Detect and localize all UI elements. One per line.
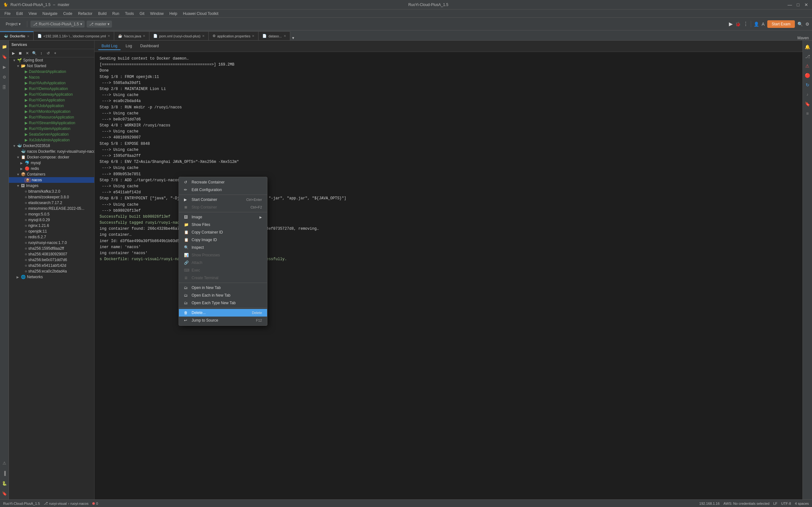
tree-item-gateway[interactable]: ▶ RuoYiGatewayApplication bbox=[9, 92, 94, 97]
minimize-button[interactable]: — bbox=[787, 2, 792, 7]
tree-item-job[interactable]: ▶ RuoYiJobApplication bbox=[9, 103, 94, 109]
tree-sha3[interactable]: ○ sha256:be0c071dd7d6 bbox=[9, 257, 94, 263]
ctx-image[interactable]: 🖼 Image ▶ bbox=[179, 213, 267, 221]
menu-code[interactable]: Code bbox=[61, 11, 75, 16]
tab-close-icon-3[interactable]: ✕ bbox=[143, 34, 145, 38]
tree-mongo[interactable]: ○ mongo:5.0.5 bbox=[9, 211, 94, 217]
git-icon-right[interactable]: ⎇ bbox=[804, 53, 811, 60]
tree-minio[interactable]: ○ minio/minio:RELEASE.2022-05... bbox=[9, 206, 94, 211]
ctx-show-files[interactable]: 📁 Show Files bbox=[179, 221, 267, 228]
translate-icon[interactable]: A bbox=[762, 21, 764, 26]
run-all-button[interactable]: ▶ bbox=[10, 50, 16, 56]
tree-zookeeper[interactable]: ○ bitnami/zookeeper:3.8.0 bbox=[9, 194, 94, 200]
sync-icon[interactable]: ↻ bbox=[804, 81, 811, 89]
services-icon[interactable]: ⚙ bbox=[1, 73, 8, 80]
run-configs-icon[interactable]: ▶ bbox=[1, 63, 8, 70]
menu-file[interactable]: File bbox=[2, 11, 13, 16]
more-icon[interactable]: ⋮ bbox=[743, 21, 748, 27]
tab-close-icon-2[interactable]: ✕ bbox=[107, 34, 110, 38]
tree-containers-group[interactable]: ▼ 📦 Containers bbox=[9, 171, 94, 177]
tiktok-icon[interactable]: ♪ bbox=[804, 91, 811, 98]
tree-redis[interactable]: ▶ 🔴 redis bbox=[9, 166, 94, 171]
tree-item-seata[interactable]: ▶ SeataServerApplication bbox=[9, 131, 94, 137]
error-icon[interactable]: ⚠ bbox=[804, 62, 811, 70]
bookmark-right-icon[interactable]: 🔖 bbox=[804, 100, 811, 108]
tree-item-nacos-app[interactable]: ▶ Nacos bbox=[9, 74, 94, 80]
tab-pom-xml[interactable]: 📄 pom.xml (ruoyi-cloud-plus) ✕ bbox=[149, 32, 209, 40]
ctx-stop-container[interactable]: ⏹ Stop Container Ctrl+F2 bbox=[179, 204, 267, 211]
ctx-delete[interactable]: 🗑 Delete... Delete bbox=[179, 309, 267, 317]
commits-icon[interactable]: 🔖 bbox=[1, 53, 8, 60]
tree-item-gen[interactable]: ▶ RuoYiGenApplication bbox=[9, 97, 94, 103]
tree-item-resource[interactable]: ▶ RuoYiResourceApplication bbox=[9, 114, 94, 120]
problems-icon[interactable]: ⚠ bbox=[1, 459, 8, 466]
tree-item-auth[interactable]: ▶ RuoYiAuthApplication bbox=[9, 80, 94, 86]
tree-ruoyi-nacos[interactable]: ○ ruoyi/ruoyi-nacos:1.7.0 bbox=[9, 240, 94, 245]
tab-dockerfile[interactable]: 🐳 Dockerfile ✕ bbox=[0, 32, 34, 40]
menu-navigate[interactable]: Navigate bbox=[40, 11, 60, 16]
sort-button[interactable]: ↕ bbox=[38, 50, 44, 56]
ctx-exec[interactable]: ⌨ Exec bbox=[179, 267, 267, 274]
refresh-button[interactable]: ↺ bbox=[45, 50, 51, 56]
git-branch-selector[interactable]: ⎇ master ▾ bbox=[87, 20, 112, 27]
menu-window[interactable]: Window bbox=[148, 11, 166, 16]
ctx-recreate-container[interactable]: ↺ Recreate Container bbox=[179, 178, 267, 186]
tree-redis-img[interactable]: ○ redis:6.2.7 bbox=[9, 234, 94, 240]
tab-application-props[interactable]: ⚙ application.properties ✕ bbox=[209, 32, 259, 40]
project-dropdown[interactable]: Project ▾ bbox=[3, 20, 24, 27]
search-icon[interactable]: 🔍 bbox=[798, 21, 803, 26]
tree-nacos-dockerfile[interactable]: 🐳 nacos Dockerfile: ruoyi-visual/ruoyi-n… bbox=[9, 149, 94, 154]
dashboard-tab[interactable]: Dashboard bbox=[137, 43, 162, 50]
tab-close-icon-5[interactable]: ✕ bbox=[252, 34, 254, 38]
tree-item-demo[interactable]: ▶ RuoYiDemoApplication bbox=[9, 86, 94, 92]
tree-sha4[interactable]: ○ sha256:e5411abf142d bbox=[9, 263, 94, 268]
tree-networks-group[interactable]: ▶ 🌐 Networks bbox=[9, 274, 94, 280]
tab-close-icon[interactable]: ✕ bbox=[27, 35, 30, 38]
tree-docker-group[interactable]: ▼ 🐳 Docker2023518 bbox=[9, 143, 94, 149]
debug-icon[interactable]: 🐞 bbox=[735, 21, 741, 26]
menu-run[interactable]: Run bbox=[110, 11, 122, 16]
ctx-jump-to-source[interactable]: ↩ Jump to Source F12 bbox=[179, 317, 267, 324]
ctx-create-terminal[interactable]: 🖥 Create Terminal bbox=[179, 274, 267, 282]
warning-icon[interactable]: 🔴 bbox=[804, 72, 811, 79]
project-icon[interactable]: 📁 bbox=[1, 43, 8, 50]
ctx-inspect[interactable]: 🔍 Inspect bbox=[179, 244, 267, 251]
ctx-show-processes[interactable]: 📊 Show Processes bbox=[179, 251, 267, 259]
tree-kafka[interactable]: ○ bitnami/kafka:3.2.0 bbox=[9, 188, 94, 194]
menu-build[interactable]: Build bbox=[96, 11, 109, 16]
tab-close-icon-6[interactable]: ✕ bbox=[284, 34, 286, 38]
tab-docker-compose[interactable]: 📄 <192.168.1.16> \...\docker-compose.yml… bbox=[34, 32, 114, 40]
ctx-open-each-type[interactable]: 🗂 Open Each Type New Tab bbox=[179, 299, 267, 307]
tree-sha1[interactable]: ○ sha256:1595df8aa2ff bbox=[9, 245, 94, 251]
tree-not-started[interactable]: ▼ 📂 Not Started bbox=[9, 63, 94, 69]
tab-dataso[interactable]: 📄 dataso... ✕ bbox=[258, 32, 290, 40]
ctx-open-each-new-tab[interactable]: 🗂 Open Each in New Tab bbox=[179, 291, 267, 299]
tree-item-streammq[interactable]: ▶ RuoYiStreamMqApplication bbox=[9, 120, 94, 126]
filter-button[interactable]: 🔍 bbox=[31, 50, 38, 56]
tab-close-icon-4[interactable]: ✕ bbox=[202, 34, 205, 38]
tree-item-xxljob[interactable]: ▶ XxlJobAdminApplication bbox=[9, 137, 94, 143]
tree-item-system[interactable]: ▶ RuoYiSystemApplication bbox=[9, 126, 94, 131]
tree-mysql[interactable]: ▶ 🐬 mysql bbox=[9, 160, 94, 166]
ctx-copy-image-id[interactable]: 📋 Copy Image ID bbox=[179, 236, 267, 244]
menu-huawei[interactable]: Huawei Cloud Toolkit bbox=[181, 11, 221, 16]
maven-label[interactable]: Maven bbox=[794, 36, 812, 40]
stop-all-button[interactable]: ⏹ bbox=[17, 50, 23, 56]
menu-tools[interactable]: Tools bbox=[122, 11, 136, 16]
ctx-open-in-new-tab[interactable]: 🗂 Open in New Tab bbox=[179, 284, 267, 291]
ctx-copy-container-id[interactable]: 📋 Copy Container ID bbox=[179, 228, 267, 236]
python-icon[interactable]: 🐍 bbox=[1, 480, 8, 487]
menu-view[interactable]: View bbox=[26, 11, 39, 16]
window-controls[interactable]: — □ ✕ bbox=[787, 2, 809, 7]
add-button[interactable]: + bbox=[52, 50, 58, 56]
menu-git[interactable]: Git bbox=[137, 11, 147, 16]
tree-images-group[interactable]: ▼ 🖼 Images bbox=[9, 183, 94, 188]
menu-edit[interactable]: Edit bbox=[14, 11, 26, 16]
ctx-edit-configuration[interactable]: ✏ Edit Configuration bbox=[179, 186, 267, 193]
more-tabs-button[interactable]: ▾ bbox=[290, 36, 296, 40]
terminal-icon[interactable]: ▐ bbox=[1, 469, 8, 476]
tree-elasticsearch[interactable]: ○ elasticsearch:7.17.2 bbox=[9, 200, 94, 206]
tab-nacos-java[interactable]: ☕ Nacos.java ✕ bbox=[114, 32, 149, 40]
tree-sha2[interactable]: ○ sha256:408180929007 bbox=[9, 251, 94, 257]
tree-openjdk[interactable]: ○ openjdk:11 bbox=[9, 228, 94, 234]
